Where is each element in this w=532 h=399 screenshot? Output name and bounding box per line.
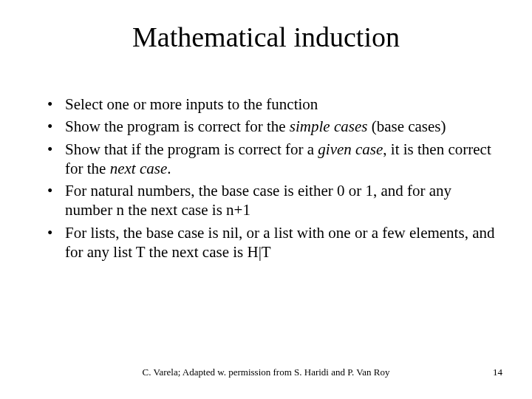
bullet-text: Show the program is correct for the xyxy=(65,117,290,135)
slide-body: Select one or more inputs to the functio… xyxy=(44,95,495,265)
bullet-text: (base cases) xyxy=(367,117,446,135)
bullet-list: Select one or more inputs to the functio… xyxy=(44,95,495,262)
bullet-text: . xyxy=(167,160,171,177)
bullet-text: For lists, the base case is nil, or a li… xyxy=(65,224,494,261)
bullet-text: Select one or more inputs to the functio… xyxy=(65,95,318,113)
bullet-text-italic: given case xyxy=(318,140,383,158)
slide: Mathematical induction Select one or mor… xyxy=(0,0,532,399)
slide-title: Mathematical induction xyxy=(0,21,532,53)
bullet-text-italic: simple cases xyxy=(290,117,368,135)
list-item: For lists, the base case is nil, or a li… xyxy=(44,223,495,262)
list-item: For natural numbers, the base case is ei… xyxy=(44,181,495,220)
list-item: Select one or more inputs to the functio… xyxy=(44,95,495,114)
bullet-text-italic: next case xyxy=(110,160,168,177)
bullet-text: For natural numbers, the base case is ei… xyxy=(65,182,451,219)
page-number: 14 xyxy=(493,366,502,378)
bullet-text: Show that if the program is correct for … xyxy=(65,140,318,158)
footer-attribution: C. Varela; Adapted w. permission from S.… xyxy=(0,366,532,378)
list-item: Show that if the program is correct for … xyxy=(44,140,495,179)
list-item: Show the program is correct for the simp… xyxy=(44,117,495,136)
